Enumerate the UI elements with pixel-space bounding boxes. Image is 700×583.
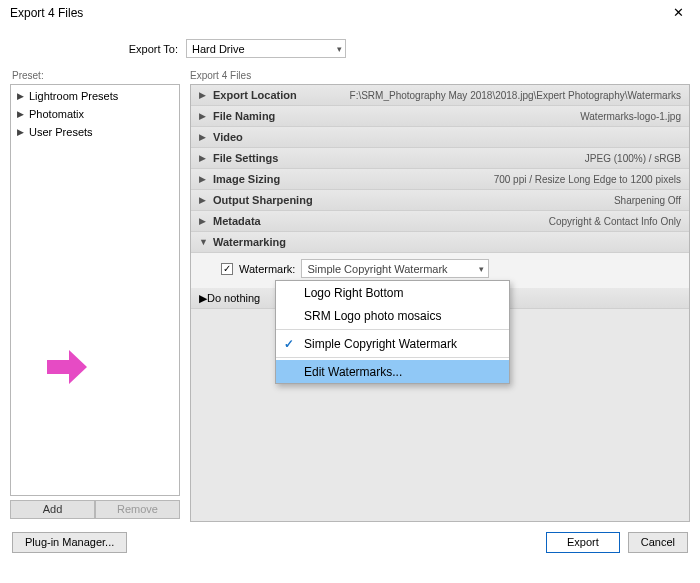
watermark-label: Watermark:: [239, 263, 295, 275]
window-title: Export 4 Files: [10, 6, 83, 20]
preset-item-user[interactable]: ▶ User Presets: [11, 123, 179, 141]
panel-file-settings[interactable]: ▶ File Settings JPEG (100%) / sRGB: [191, 148, 689, 169]
preset-item-label: Photomatix: [29, 108, 84, 120]
panel-watermarking[interactable]: ▼ Watermarking: [191, 232, 689, 253]
export-files-label: Export 4 Files: [186, 70, 251, 81]
close-icon[interactable]: ✕: [664, 5, 692, 20]
preset-list[interactable]: ▶ Lightroom Presets ▶ Photomatix ▶ User …: [10, 84, 180, 496]
export-panels: ▶ Export Location F:\SRM_Photography May…: [190, 84, 690, 522]
check-icon: ✓: [284, 337, 294, 351]
panel-title: File Settings: [213, 152, 278, 164]
preset-item-photomatix[interactable]: ▶ Photomatix: [11, 105, 179, 123]
panel-video[interactable]: ▶ Video: [191, 127, 689, 148]
panel-output-sharpening[interactable]: ▶ Output Sharpening Sharpening Off: [191, 190, 689, 211]
dropdown-separator: [276, 329, 509, 330]
panel-value: Copyright & Contact Info Only: [549, 216, 681, 227]
triangle-right-icon: ▶: [199, 292, 207, 305]
watermark-option-srm-logo-mosaics[interactable]: SRM Logo photo mosaics: [276, 304, 509, 327]
preset-item-lightroom[interactable]: ▶ Lightroom Presets: [11, 87, 179, 105]
triangle-right-icon: ▶: [17, 109, 29, 119]
option-label: Logo Right Bottom: [304, 286, 403, 300]
panel-title: Output Sharpening: [213, 194, 313, 206]
preset-label: Preset:: [0, 70, 186, 81]
chevron-down-icon: ▾: [337, 44, 342, 54]
watermark-selected: Simple Copyright Watermark: [307, 263, 447, 275]
triangle-right-icon: ▶: [199, 132, 213, 142]
panel-value: Sharpening Off: [614, 195, 681, 206]
panel-image-sizing[interactable]: ▶ Image Sizing 700 ppi / Resize Long Edg…: [191, 169, 689, 190]
panel-title: Image Sizing: [213, 173, 280, 185]
panel-metadata[interactable]: ▶ Metadata Copyright & Contact Info Only: [191, 211, 689, 232]
dropdown-separator: [276, 357, 509, 358]
preset-item-label: Lightroom Presets: [29, 90, 118, 102]
callout-arrow-icon: [47, 350, 87, 384]
export-button[interactable]: Export: [546, 532, 620, 553]
triangle-right-icon: ▶: [199, 111, 213, 121]
option-label: SRM Logo photo mosaics: [304, 309, 441, 323]
panel-value: JPEG (100%) / sRGB: [585, 153, 681, 164]
export-to-label: Export To:: [0, 43, 186, 55]
panel-title: Video: [213, 131, 243, 143]
watermark-checkbox[interactable]: ✓: [221, 263, 233, 275]
panel-value: Do nothing: [207, 292, 260, 304]
watermark-option-logo-right-bottom[interactable]: Logo Right Bottom: [276, 281, 509, 304]
cancel-button[interactable]: Cancel: [628, 532, 688, 553]
add-button[interactable]: Add: [10, 500, 95, 519]
panel-title: Watermarking: [213, 236, 286, 248]
export-to-select[interactable]: Hard Drive ▾: [186, 39, 346, 58]
panel-title: File Naming: [213, 110, 275, 122]
panel-export-location[interactable]: ▶ Export Location F:\SRM_Photography May…: [191, 85, 689, 106]
watermark-option-simple-copyright[interactable]: ✓ Simple Copyright Watermark: [276, 332, 509, 355]
triangle-down-icon: ▼: [199, 237, 213, 247]
panel-title: Metadata: [213, 215, 261, 227]
remove-button: Remove: [95, 500, 180, 519]
preset-item-label: User Presets: [29, 126, 93, 138]
panel-file-naming[interactable]: ▶ File Naming Watermarks-logo-1.jpg: [191, 106, 689, 127]
triangle-right-icon: ▶: [199, 195, 213, 205]
triangle-right-icon: ▶: [199, 153, 213, 163]
triangle-right-icon: ▶: [17, 127, 29, 137]
panel-value: Watermarks-logo-1.jpg: [580, 111, 681, 122]
svg-marker-0: [47, 350, 87, 384]
watermark-dropdown: Logo Right Bottom SRM Logo photo mosaics…: [275, 280, 510, 384]
triangle-right-icon: ▶: [199, 174, 213, 184]
triangle-right-icon: ▶: [199, 216, 213, 226]
panel-value: F:\SRM_Photography May 2018\2018.jpg\Exp…: [350, 90, 681, 101]
option-label: Edit Watermarks...: [304, 365, 402, 379]
export-to-value: Hard Drive: [192, 43, 245, 55]
watermark-select[interactable]: Simple Copyright Watermark ▾: [301, 259, 489, 278]
panel-title: Export Location: [213, 89, 297, 101]
triangle-right-icon: ▶: [199, 90, 213, 100]
plugin-manager-button[interactable]: Plug-in Manager...: [12, 532, 127, 553]
watermark-option-edit[interactable]: Edit Watermarks...: [276, 360, 509, 383]
panel-value: 700 ppi / Resize Long Edge to 1200 pixel…: [494, 174, 681, 185]
triangle-right-icon: ▶: [17, 91, 29, 101]
chevron-down-icon: ▾: [479, 264, 484, 274]
option-label: Simple Copyright Watermark: [304, 337, 457, 351]
